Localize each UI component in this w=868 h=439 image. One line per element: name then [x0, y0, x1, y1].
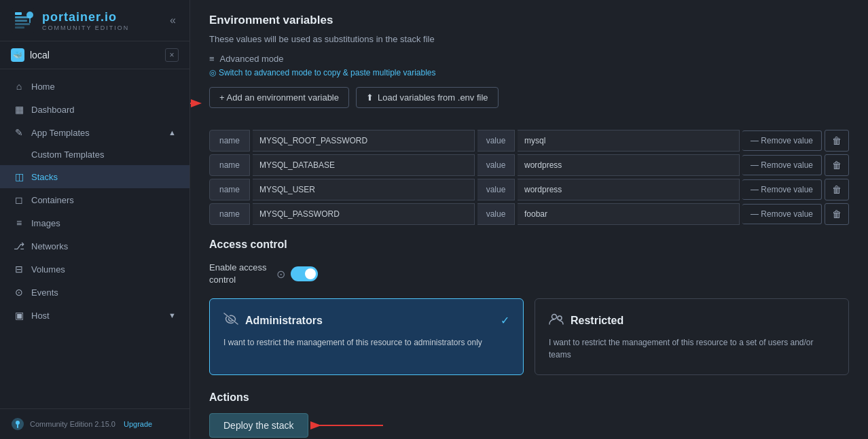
- logo-edition: COMMUNITY EDITION: [42, 24, 129, 31]
- main-content: Environment variables These values will …: [190, 0, 868, 439]
- switch-link-text: Switch to advanced mode to copy & paste …: [219, 68, 436, 77]
- restricted-card-description: I want to restrict the management of thi…: [549, 336, 835, 361]
- env-name-input-1[interactable]: [253, 130, 475, 152]
- env-name-label-3: name: [209, 179, 250, 200]
- env-variable-row: name value — Remove value 🗑: [209, 179, 849, 200]
- remove-value-button-1[interactable]: — Remove value: [742, 130, 822, 151]
- env-value-input-2[interactable]: [518, 154, 740, 176]
- upgrade-button[interactable]: Upgrade: [124, 420, 152, 428]
- add-env-variable-button[interactable]: + Add an environment variable: [209, 87, 349, 108]
- sidebar-item-host[interactable]: ▣ Host ▼: [0, 304, 189, 327]
- logo-name: portainer.io: [42, 10, 129, 24]
- load-env-file-label: Load variables from .env file: [378, 92, 488, 103]
- svg-point-13: [558, 316, 562, 320]
- env-name-input-2[interactable]: [253, 154, 475, 176]
- sidebar-item-images[interactable]: ≡ Images: [0, 211, 189, 234]
- env-value-label-1: value: [477, 130, 515, 152]
- networks-icon: ⎇: [14, 241, 24, 251]
- sidebar: portainer.io COMMUNITY EDITION « 🐳 local…: [0, 0, 190, 439]
- svg-point-12: [552, 315, 557, 319]
- host-icon: ▣: [14, 310, 24, 321]
- sidebar-item-dashboard[interactable]: ▦ Dashboard: [0, 98, 189, 121]
- actions-section: Actions Deploy the stack: [209, 391, 849, 438]
- sidebar-item-home-label: Home: [31, 82, 55, 92]
- sidebar-item-host-label: Host: [31, 311, 50, 321]
- delete-env-button-2[interactable]: 🗑: [825, 154, 849, 176]
- delete-env-button-4[interactable]: 🗑: [825, 203, 849, 225]
- env-name-input-3[interactable]: [253, 179, 475, 200]
- env-action-buttons: + Add an environment variable ⬆ Load var…: [209, 87, 499, 108]
- advanced-mode-row: ≡ Advanced mode: [209, 54, 849, 64]
- environment-icon: 🐳: [11, 48, 24, 62]
- access-control-toggle[interactable]: [291, 266, 318, 281]
- restricted-card-title: Restricted: [571, 315, 623, 327]
- env-value-input-3[interactable]: [518, 179, 740, 200]
- env-value-input-4[interactable]: [518, 203, 740, 225]
- events-icon: ⊙: [14, 287, 24, 298]
- env-name-input-4[interactable]: [253, 203, 475, 225]
- sidebar-item-app-templates[interactable]: ✎ App Templates ▲: [0, 121, 189, 144]
- sidebar-item-networks-label: Networks: [31, 241, 68, 251]
- svg-rect-1: [15, 12, 22, 15]
- environment-name: local: [30, 50, 160, 60]
- sidebar-item-containers[interactable]: ◻ Containers: [0, 188, 189, 211]
- sidebar-item-custom-templates-label: Custom Templates: [31, 150, 104, 160]
- containers-icon: ◻: [14, 194, 24, 205]
- advanced-mode-label: Advanced mode: [220, 54, 284, 64]
- remove-value-button-2[interactable]: — Remove value: [742, 155, 822, 175]
- administrators-card-description: I want to restrict the management of thi…: [223, 336, 509, 349]
- sidebar-item-custom-templates[interactable]: Custom Templates: [0, 144, 189, 165]
- host-expand-icon: ▼: [168, 311, 176, 319]
- administrators-card[interactable]: Administrators ✓ I want to restrict the …: [209, 298, 524, 375]
- restricted-card[interactable]: Restricted I want to restrict the manage…: [535, 298, 849, 375]
- toggle-wrap: ⊙: [276, 266, 318, 281]
- sidebar-item-events-label: Events: [31, 287, 58, 298]
- advanced-mode-icon: ≡: [209, 54, 215, 64]
- env-variable-row: name value — Remove value 🗑: [209, 203, 849, 225]
- help-icon[interactable]: ⊙: [276, 268, 285, 281]
- env-value-input-1[interactable]: [518, 130, 740, 152]
- sidebar-item-networks[interactable]: ⎇ Networks: [0, 234, 189, 258]
- upload-icon: ⬆: [366, 92, 374, 103]
- env-name-label-4: name: [209, 203, 250, 225]
- administrators-card-check-icon: ✓: [501, 314, 509, 327]
- access-control-section: Access control Enable accesscontrol ⊙: [209, 239, 849, 375]
- env-variables-list: name value — Remove value 🗑 name value —…: [209, 130, 849, 225]
- sidebar-item-volumes[interactable]: ⊟ Volumes: [0, 258, 189, 281]
- sidebar-item-volumes-label: Volumes: [31, 264, 65, 275]
- deploy-button-wrap: Deploy the stack: [209, 413, 308, 438]
- footer-version: Community Edition 2.15.0: [30, 420, 115, 428]
- remove-value-button-3[interactable]: — Remove value: [742, 179, 822, 200]
- environment-close-button[interactable]: ×: [165, 48, 179, 62]
- env-name-label-2: name: [209, 154, 250, 176]
- env-value-label-2: value: [477, 154, 515, 176]
- deploy-stack-button[interactable]: Deploy the stack: [209, 413, 308, 438]
- sidebar-item-home[interactable]: ⌂ Home: [0, 75, 189, 98]
- sidebar-item-stacks[interactable]: ◫ Stacks: [0, 165, 189, 188]
- enable-access-label: Enable accesscontrol: [209, 262, 267, 286]
- admin-shield-icon: [223, 313, 238, 328]
- delete-env-button-3[interactable]: 🗑: [825, 179, 849, 200]
- svg-rect-4: [15, 23, 30, 25]
- sidebar-item-containers-label: Containers: [31, 195, 74, 205]
- sidebar-item-app-templates-label: App Templates: [31, 128, 90, 138]
- stacks-icon: ◫: [14, 171, 24, 182]
- svg-rect-5: [15, 27, 24, 29]
- env-value-label-4: value: [477, 203, 515, 225]
- footer-logo-icon: [11, 417, 24, 431]
- images-icon: ≡: [14, 217, 24, 228]
- switch-advanced-mode-link[interactable]: ◎ Switch to advanced mode to copy & past…: [209, 68, 849, 77]
- enable-access-control-row: Enable accesscontrol ⊙: [209, 262, 849, 286]
- collapse-sidebar-button[interactable]: «: [167, 12, 179, 29]
- sidebar-item-events[interactable]: ⊙ Events: [0, 281, 189, 304]
- env-variables-title: Environment variables: [209, 14, 849, 27]
- delete-env-button-1[interactable]: 🗑: [825, 130, 849, 152]
- home-icon: ⌂: [14, 81, 24, 92]
- app-templates-arrow-icon: ▲: [168, 128, 176, 137]
- svg-point-6: [26, 12, 33, 18]
- arrow-annotation-deploy: [308, 415, 390, 436]
- sidebar-item-dashboard-label: Dashboard: [31, 105, 75, 115]
- restricted-users-icon: [549, 313, 564, 328]
- load-env-file-button[interactable]: ⬆ Load variables from .env file: [356, 87, 499, 108]
- remove-value-button-4[interactable]: — Remove value: [742, 204, 822, 224]
